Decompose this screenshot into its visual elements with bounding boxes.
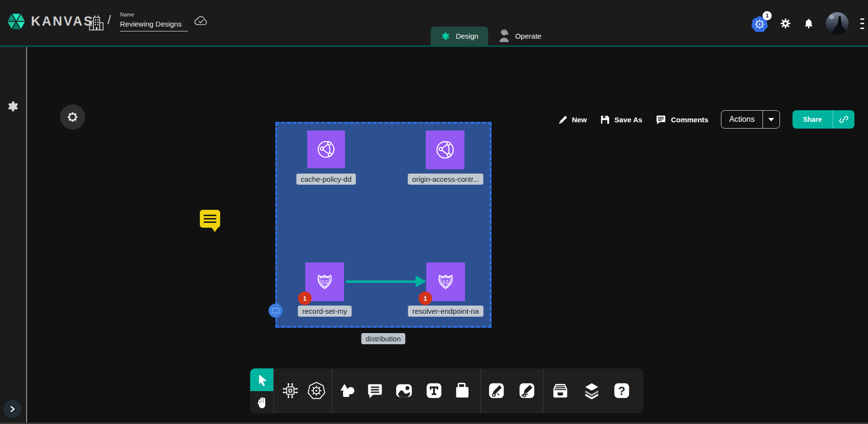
archive-tool[interactable]	[550, 380, 570, 401]
cloud-sync-icon	[194, 15, 208, 26]
breadcrumb-separator: /	[107, 13, 111, 28]
design-name-input[interactable]	[120, 19, 188, 31]
node-cache-policy[interactable]	[307, 131, 345, 168]
k8s-context-switcher[interactable]: 1	[751, 15, 768, 32]
text-icon	[425, 381, 443, 400]
expand-sidebar-button[interactable]	[3, 400, 22, 418]
k8s-context-badge: 1	[763, 11, 772, 20]
question-mark-icon: ?	[613, 381, 631, 400]
mode-tabs: Design Operate	[431, 27, 551, 45]
comments-button[interactable]: Comments	[655, 114, 709, 125]
text-tool[interactable]	[424, 380, 444, 401]
node-origin-access-control[interactable]	[426, 131, 464, 169]
image-icon	[394, 381, 414, 400]
actions-dropdown-toggle[interactable]	[763, 111, 779, 128]
distribution-group[interactable]: 53 53 1 1 cache-policy-dd origin-access-…	[275, 122, 492, 328]
kubernetes-wheel-icon	[307, 381, 326, 400]
meshery-swirl-icon[interactable]	[6, 99, 20, 114]
share-label: Share	[803, 116, 822, 123]
route53-shield-icon: 53	[312, 269, 338, 295]
actions-label: Actions	[729, 115, 754, 124]
hamburger-menu-icon[interactable]	[860, 18, 864, 29]
chip-icon	[281, 381, 300, 400]
organization-icon[interactable]	[88, 15, 105, 32]
actions-split-button: Actions	[721, 110, 779, 129]
group-label-distribution[interactable]: distribution	[361, 333, 405, 344]
shapes-tool[interactable]	[337, 380, 357, 401]
dashed-rect-icon	[272, 308, 279, 313]
node-resolver-endpoint[interactable]: 53	[426, 263, 465, 301]
canvas-settings-button[interactable]	[60, 104, 85, 130]
comment-pin[interactable]	[200, 210, 220, 228]
new-pencil-icon	[557, 114, 568, 125]
layers-tool[interactable]	[582, 380, 602, 401]
flower-icon	[66, 111, 79, 123]
new-button[interactable]: New	[557, 114, 587, 125]
comments-label: Comments	[671, 116, 709, 124]
tab-operate[interactable]: Operate	[488, 27, 551, 45]
help-tool[interactable]: ?	[612, 380, 632, 401]
drafting-pen-icon	[487, 381, 506, 400]
left-sidebar	[0, 47, 26, 424]
node-label-record-set[interactable]: record-set-my	[298, 306, 352, 317]
save-as-button[interactable]: Save As	[599, 114, 643, 125]
comment-bubble-icon	[366, 382, 384, 399]
kanvas-app: KANVAS / Name	[0, 0, 868, 424]
resolver-endpoint-badge[interactable]: 1	[419, 292, 432, 305]
edge-arrowhead	[416, 276, 426, 287]
header: KANVAS / Name	[0, 0, 868, 47]
node-label-origin-access[interactable]: origin-access-contr...	[408, 174, 483, 185]
toolbar-divider	[331, 368, 332, 413]
pencil-scribble-icon	[518, 381, 536, 400]
design-name-field: Name	[120, 12, 188, 31]
kanvas-logo[interactable]: KANVAS	[6, 11, 94, 32]
operate-tab-icon	[498, 29, 510, 43]
drawer-icon	[550, 381, 570, 400]
caret-down-icon	[768, 118, 774, 121]
notifications-bell-icon[interactable]	[803, 17, 814, 30]
tab-design[interactable]: Design	[431, 27, 488, 45]
kubernetes-tool[interactable]	[306, 380, 327, 401]
design-tab-label: Design	[456, 32, 479, 40]
group-select-handle[interactable]	[269, 304, 283, 318]
actions-button[interactable]: Actions	[721, 111, 762, 128]
shapes-icon	[338, 381, 356, 400]
settings-gear-icon[interactable]	[779, 17, 792, 29]
record-set-badge[interactable]: 1	[298, 292, 312, 305]
sticky-note-tool[interactable]	[452, 380, 473, 401]
svg-text:53: 53	[443, 279, 449, 285]
logo-text: KANVAS	[31, 14, 94, 29]
toolbar-divider	[480, 368, 481, 413]
canvas-action-bar: New Save As Comments	[557, 110, 868, 129]
toolbar-divider	[273, 368, 274, 413]
edge-record-to-resolver[interactable]	[346, 280, 417, 283]
design-tab-icon	[440, 31, 451, 42]
user-avatar[interactable]	[826, 12, 849, 35]
new-label: New	[572, 116, 587, 124]
svg-text:?: ?	[618, 384, 626, 397]
freehand-draw-tool[interactable]	[517, 380, 537, 401]
share-button[interactable]: Share	[793, 110, 833, 129]
pen-tool[interactable]	[486, 380, 507, 401]
components-tool[interactable]	[280, 380, 300, 401]
select-tool[interactable]	[250, 368, 273, 391]
canvas-toolbar: ?	[250, 368, 644, 413]
node-label-cache-policy[interactable]: cache-policy-dd	[296, 174, 356, 185]
chevron-right-icon	[9, 406, 16, 412]
svg-text:53: 53	[322, 279, 328, 285]
copy-link-button[interactable]	[833, 110, 854, 129]
share-split-button: Share	[793, 110, 854, 129]
toolbar-divider	[543, 368, 543, 413]
globe-network-icon	[432, 137, 458, 163]
pan-tool[interactable]	[250, 391, 273, 413]
design-canvas[interactable]: New Save As Comments	[27, 48, 868, 424]
image-tool[interactable]	[394, 380, 414, 401]
globe-network-icon	[314, 137, 339, 162]
save-as-label: Save As	[614, 116, 643, 124]
header-right-actions: 1	[751, 0, 864, 47]
operate-tab-label: Operate	[515, 32, 541, 40]
route53-shield-icon: 53	[433, 269, 459, 295]
hand-icon	[256, 396, 268, 409]
node-label-resolver-endpoint[interactable]: resolver-endpoint-na	[408, 306, 483, 317]
comment-tool[interactable]	[365, 380, 385, 401]
